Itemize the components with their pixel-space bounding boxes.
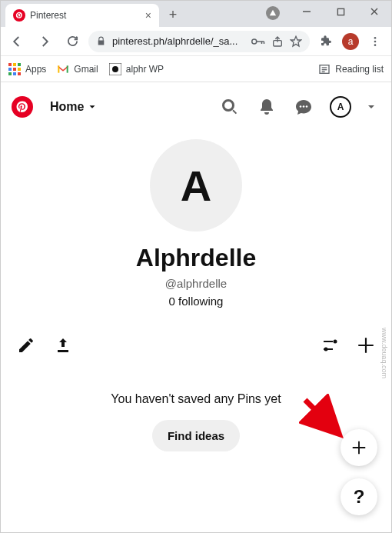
profile-section: A Alphrdelle @alphrdelle 0 following <box>12 139 380 308</box>
svg-point-18 <box>300 105 302 108</box>
browser-toolbar: pinterest.ph/alphrdelle/_sa... a <box>1 27 391 56</box>
tab-title: Pinterest <box>30 10 141 21</box>
profile-following[interactable]: 0 following <box>169 295 224 308</box>
forward-button[interactable] <box>33 30 56 53</box>
browser-profile-avatar[interactable]: a <box>342 33 359 50</box>
create-button[interactable] <box>356 335 376 355</box>
find-ideas-button[interactable]: Find ideas <box>152 420 240 451</box>
profile-display-name: Alphrdelle <box>136 244 256 272</box>
watermark: www.deuaq.com <box>380 328 388 378</box>
svg-point-22 <box>324 348 328 351</box>
browser-titlebar: Pinterest × + <box>1 1 391 27</box>
new-tab-button[interactable]: + <box>162 4 184 25</box>
account-dropdown[interactable] <box>362 92 380 122</box>
chevron-down-icon <box>365 101 377 113</box>
alphr-label: alphr WP <box>126 64 164 75</box>
alphr-bookmark[interactable]: alphr WP <box>109 63 164 75</box>
plus-icon <box>356 335 376 355</box>
empty-state-message: You haven't saved any Pins yet <box>12 392 380 406</box>
svg-point-19 <box>303 105 305 108</box>
reload-button[interactable] <box>61 30 84 53</box>
maximize-button[interactable] <box>324 1 357 22</box>
apps-shortcut[interactable]: Apps <box>8 63 46 75</box>
window-controls <box>290 1 391 22</box>
browser-menu-button[interactable] <box>364 30 387 53</box>
svg-point-9 <box>374 37 377 39</box>
pinterest-topnav: Home A <box>12 92 380 122</box>
notifications-button[interactable] <box>251 92 282 122</box>
svg-point-10 <box>374 40 377 42</box>
sort-button[interactable] <box>321 335 341 355</box>
gmail-label: Gmail <box>74 64 98 75</box>
lock-icon <box>96 36 106 46</box>
apps-label: Apps <box>25 64 46 75</box>
search-icon <box>221 98 239 116</box>
minimize-button[interactable] <box>290 1 324 22</box>
upload-icon <box>54 336 72 355</box>
messages-button[interactable] <box>288 92 319 122</box>
pinterest-favicon <box>13 9 25 22</box>
share-profile-button[interactable] <box>53 335 73 355</box>
profile-handle: @alphrdelle <box>165 277 227 290</box>
reading-list-label: Reading list <box>335 64 384 75</box>
close-window-button[interactable] <box>357 1 391 22</box>
plus-icon <box>350 439 367 456</box>
home-label: Home <box>50 100 84 114</box>
home-dropdown[interactable]: Home <box>44 94 104 120</box>
page-content: Home A A Alphrdelle @alphrdelle 0 follow… <box>1 82 391 532</box>
key-icon[interactable] <box>251 36 265 47</box>
tab-search-button[interactable] <box>262 5 284 21</box>
pencil-icon <box>17 336 35 355</box>
pinterest-logo[interactable] <box>12 96 33 118</box>
svg-point-20 <box>306 105 308 108</box>
svg-rect-1 <box>337 8 344 15</box>
fab-create-button[interactable] <box>341 429 377 466</box>
browser-tab[interactable]: Pinterest × <box>5 4 159 27</box>
profile-action-row <box>12 335 380 355</box>
svg-point-4 <box>252 39 257 44</box>
chevron-down-icon <box>87 102 98 112</box>
gmail-bookmark[interactable]: Gmail <box>57 63 98 75</box>
gmail-icon <box>57 63 69 75</box>
search-button[interactable] <box>214 92 245 122</box>
close-tab-icon[interactable]: × <box>145 9 151 22</box>
url-text: pinterest.ph/alphrdelle/_sa... <box>112 35 245 47</box>
edit-profile-button[interactable] <box>16 335 36 355</box>
fab-help-button[interactable]: ? <box>341 478 377 515</box>
apps-icon <box>8 63 21 75</box>
sliders-icon <box>321 336 340 355</box>
svg-point-13 <box>112 66 118 72</box>
star-icon[interactable] <box>290 35 302 48</box>
reading-list-icon <box>318 63 331 75</box>
bookmarks-bar: Apps Gmail alphr WP Reading list <box>1 56 391 82</box>
svg-point-11 <box>374 44 377 46</box>
share-icon[interactable] <box>271 35 284 48</box>
svg-point-21 <box>334 340 337 344</box>
profile-menu[interactable]: A <box>325 92 356 122</box>
address-bar[interactable]: pinterest.ph/alphrdelle/_sa... <box>88 31 310 52</box>
chat-icon <box>294 98 313 116</box>
bell-icon <box>257 98 276 116</box>
alphr-icon <box>109 63 121 75</box>
profile-avatar[interactable]: A <box>150 139 242 232</box>
extensions-button[interactable] <box>314 30 337 53</box>
back-button[interactable] <box>5 30 28 53</box>
nav-avatar: A <box>330 96 351 118</box>
reading-list-button[interactable]: Reading list <box>318 63 384 75</box>
